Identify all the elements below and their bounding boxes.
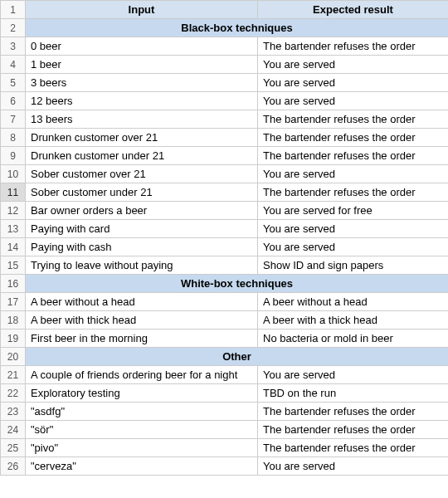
row-number[interactable]: 26 xyxy=(1,457,26,476)
table-row[interactable]: 10Sober customer over 21You are served xyxy=(1,165,449,183)
row-number[interactable]: 9 xyxy=(1,147,26,165)
table-row[interactable]: 53 beersYou are served xyxy=(1,74,449,92)
cell-input[interactable]: A couple of friends ordering beer for a … xyxy=(26,366,258,384)
cell-expected[interactable]: The bartender refuses the order xyxy=(258,37,449,56)
cell-input[interactable]: Sober customer over 21 xyxy=(26,165,258,183)
table-row[interactable]: 16White-box techniques xyxy=(1,275,449,293)
section-header[interactable]: Other xyxy=(26,348,449,366)
column-header-expected[interactable]: Expected result xyxy=(258,1,449,19)
row-number[interactable]: 20 xyxy=(1,348,26,366)
cell-input[interactable]: 3 beers xyxy=(26,74,258,92)
row-number[interactable]: 14 xyxy=(1,238,26,256)
cell-expected[interactable]: The bartender refuses the order xyxy=(258,110,449,129)
table-row[interactable]: 713 beersThe bartender refuses the order xyxy=(1,110,449,129)
cell-expected[interactable]: The bartender refuses the order xyxy=(258,129,449,147)
row-number[interactable]: 23 xyxy=(1,403,26,421)
spreadsheet-table[interactable]: 1InputExpected result2Black-box techniqu… xyxy=(0,0,448,476)
row-number[interactable]: 6 xyxy=(1,92,26,110)
cell-expected[interactable]: You are served for free xyxy=(258,202,449,220)
table-row[interactable]: 1InputExpected result xyxy=(1,1,449,19)
cell-expected[interactable]: A beer with a thick head xyxy=(258,311,449,330)
row-number[interactable]: 2 xyxy=(1,19,26,37)
cell-input[interactable]: Drunken customer under 21 xyxy=(26,147,258,165)
cell-input[interactable]: "cerveza" xyxy=(26,457,258,476)
row-number[interactable]: 21 xyxy=(1,366,26,384)
row-number[interactable]: 15 xyxy=(1,256,26,275)
row-number[interactable]: 16 xyxy=(1,275,26,293)
table-row[interactable]: 2Black-box techniques xyxy=(1,19,449,37)
row-number[interactable]: 3 xyxy=(1,37,26,56)
cell-expected[interactable]: You are served xyxy=(258,74,449,92)
cell-input[interactable]: First beer in the morning xyxy=(26,330,258,348)
cell-expected[interactable]: You are served xyxy=(258,165,449,183)
table-row[interactable]: 21A couple of friends ordering beer for … xyxy=(1,366,449,384)
row-number[interactable]: 10 xyxy=(1,165,26,183)
table-row[interactable]: 20Other xyxy=(1,348,449,366)
row-number[interactable]: 11 xyxy=(1,183,26,202)
table-row[interactable]: 15Trying to leave without payingShow ID … xyxy=(1,256,449,275)
cell-input[interactable]: "asdfg" xyxy=(26,403,258,421)
cell-expected[interactable]: You are served xyxy=(258,220,449,238)
cell-expected[interactable]: You are served xyxy=(258,457,449,476)
cell-expected[interactable]: No bacteria or mold in beer xyxy=(258,330,449,348)
cell-input[interactable]: 12 beers xyxy=(26,92,258,110)
cell-expected[interactable]: You are served xyxy=(258,238,449,256)
table-row[interactable]: 26"cerveza"You are served xyxy=(1,457,449,476)
table-row[interactable]: 22Exploratory testingTBD on the run xyxy=(1,384,449,403)
cell-input[interactable]: 13 beers xyxy=(26,110,258,129)
section-header[interactable]: Black-box techniques xyxy=(26,19,449,37)
row-number[interactable]: 1 xyxy=(1,1,26,19)
cell-expected[interactable]: The bartender refuses the order xyxy=(258,183,449,202)
section-header[interactable]: White-box techniques xyxy=(26,275,449,293)
cell-expected[interactable]: TBD on the run xyxy=(258,384,449,403)
cell-input[interactable]: Drunken customer over 21 xyxy=(26,129,258,147)
cell-input[interactable]: "sör" xyxy=(26,421,258,439)
cell-input[interactable]: Bar owner orders a beer xyxy=(26,202,258,220)
row-number[interactable]: 8 xyxy=(1,129,26,147)
table-row[interactable]: 9Drunken customer under 21The bartender … xyxy=(1,147,449,165)
row-number[interactable]: 25 xyxy=(1,439,26,457)
cell-input[interactable]: "pivo" xyxy=(26,439,258,457)
row-number[interactable]: 24 xyxy=(1,421,26,439)
cell-input[interactable]: Sober customer under 21 xyxy=(26,183,258,202)
table-row[interactable]: 13Paying with cardYou are served xyxy=(1,220,449,238)
table-row[interactable]: 19First beer in the morningNo bacteria o… xyxy=(1,330,449,348)
row-number[interactable]: 22 xyxy=(1,384,26,403)
cell-expected[interactable]: You are served xyxy=(258,92,449,110)
table-row[interactable]: 41 beerYou are served xyxy=(1,56,449,74)
cell-expected[interactable]: The bartender refuses the order xyxy=(258,421,449,439)
table-row[interactable]: 30 beerThe bartender refuses the order xyxy=(1,37,449,56)
row-number[interactable]: 17 xyxy=(1,293,26,311)
table-row[interactable]: 11Sober customer under 21The bartender r… xyxy=(1,183,449,202)
row-number[interactable]: 7 xyxy=(1,110,26,129)
table-row[interactable]: 14Paying with cashYou are served xyxy=(1,238,449,256)
cell-input[interactable]: A beer with thick head xyxy=(26,311,258,330)
cell-input[interactable]: Paying with cash xyxy=(26,238,258,256)
table-row[interactable]: 17A beer without a headA beer without a … xyxy=(1,293,449,311)
cell-input[interactable]: Trying to leave without paying xyxy=(26,256,258,275)
row-number[interactable]: 12 xyxy=(1,202,26,220)
cell-input[interactable]: Paying with card xyxy=(26,220,258,238)
cell-expected[interactable]: You are served xyxy=(258,366,449,384)
row-number[interactable]: 13 xyxy=(1,220,26,238)
cell-expected[interactable]: You are served xyxy=(258,56,449,74)
row-number[interactable]: 18 xyxy=(1,311,26,330)
table-row[interactable]: 612 beersYou are served xyxy=(1,92,449,110)
table-row[interactable]: 23"asdfg"The bartender refuses the order xyxy=(1,403,449,421)
cell-input[interactable]: 0 beer xyxy=(26,37,258,56)
cell-expected[interactable]: The bartender refuses the order xyxy=(258,147,449,165)
table-row[interactable]: 24"sör"The bartender refuses the order xyxy=(1,421,449,439)
row-number[interactable]: 4 xyxy=(1,56,26,74)
cell-expected[interactable]: A beer without a head xyxy=(258,293,449,311)
cell-input[interactable]: 1 beer xyxy=(26,56,258,74)
row-number[interactable]: 5 xyxy=(1,74,26,92)
cell-expected[interactable]: Show ID and sign papers xyxy=(258,256,449,275)
cell-expected[interactable]: The bartender refuses the order xyxy=(258,439,449,457)
row-number[interactable]: 19 xyxy=(1,330,26,348)
column-header-input[interactable]: Input xyxy=(26,1,258,19)
table-row[interactable]: 8Drunken customer over 21The bartender r… xyxy=(1,129,449,147)
table-row[interactable]: 18A beer with thick headA beer with a th… xyxy=(1,311,449,330)
cell-input[interactable]: A beer without a head xyxy=(26,293,258,311)
table-row[interactable]: 12Bar owner orders a beerYou are served … xyxy=(1,202,449,220)
cell-input[interactable]: Exploratory testing xyxy=(26,384,258,403)
